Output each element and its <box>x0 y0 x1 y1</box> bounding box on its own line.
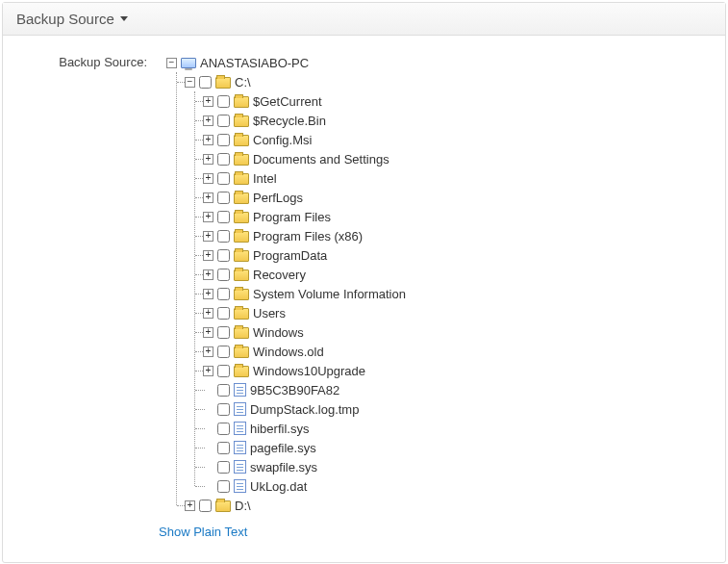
expand-toggle[interactable]: + <box>185 500 195 511</box>
select-checkbox[interactable] <box>217 192 230 204</box>
tree-row[interactable]: +$GetCurrent <box>209 91 406 111</box>
node-label: Windows.old <box>253 345 324 359</box>
panel-header[interactable]: Backup Source <box>3 3 725 36</box>
select-checkbox[interactable] <box>199 76 212 89</box>
node-label: $Recycle.Bin <box>253 114 326 128</box>
tree-row[interactable]: −C:\ <box>190 72 406 91</box>
select-checkbox[interactable] <box>217 346 230 358</box>
node-label: hiberfil.sys <box>250 422 309 436</box>
node-label: ANASTASIABO-PC <box>200 56 309 70</box>
folder-icon <box>234 250 249 262</box>
expand-toggle[interactable]: + <box>203 135 213 145</box>
toggle-spacer <box>203 462 213 473</box>
node-label: Recovery <box>253 268 306 282</box>
folder-icon <box>234 327 249 339</box>
select-checkbox[interactable] <box>199 500 212 512</box>
node-label: Users <box>253 306 286 320</box>
select-checkbox[interactable] <box>217 153 230 166</box>
tree-row[interactable]: DumpStack.log.tmp <box>209 399 406 419</box>
select-checkbox[interactable] <box>217 384 230 397</box>
tree-row[interactable]: 9B5C3B90FA82 <box>209 380 406 399</box>
select-checkbox[interactable] <box>217 442 230 454</box>
file-icon <box>234 460 246 474</box>
panel-title: Backup Source <box>16 11 114 27</box>
panel-body: Backup Source: −ANASTASIABO-PC−C:\+$GetC… <box>3 36 725 562</box>
expand-toggle[interactable]: + <box>203 231 213 242</box>
source-tree: −ANASTASIABO-PC−C:\+$GetCurrent+$Recycle… <box>159 53 406 515</box>
node-label: Documents and Settings <box>253 152 389 167</box>
collapse-toggle[interactable]: − <box>185 77 195 88</box>
tree-row[interactable]: +Recovery <box>209 265 406 284</box>
chevron-down-icon <box>120 16 128 21</box>
collapse-toggle[interactable]: − <box>166 58 177 68</box>
tree-row[interactable]: swapfile.sys <box>209 457 406 476</box>
toggle-spacer <box>203 481 213 492</box>
show-plain-text-link[interactable]: Show Plain Text <box>159 525 247 539</box>
tree-row[interactable]: +Windows.old <box>209 342 406 361</box>
select-checkbox[interactable] <box>217 307 230 320</box>
select-checkbox[interactable] <box>217 403 230 416</box>
tree-row[interactable]: +Program Files (x86) <box>209 226 406 245</box>
expand-toggle[interactable]: + <box>203 346 213 357</box>
folder-icon <box>215 500 231 512</box>
tree-row[interactable]: hiberfil.sys <box>209 419 406 438</box>
expand-toggle[interactable]: + <box>203 269 213 280</box>
expand-toggle[interactable]: + <box>203 96 213 107</box>
folder-icon <box>234 289 249 300</box>
expand-toggle[interactable]: + <box>203 212 213 222</box>
select-checkbox[interactable] <box>217 461 230 474</box>
select-checkbox[interactable] <box>217 365 230 377</box>
select-checkbox[interactable] <box>217 480 230 493</box>
folder-icon <box>215 77 231 89</box>
expand-toggle[interactable]: + <box>203 154 213 165</box>
expand-toggle[interactable]: + <box>203 327 213 338</box>
node-label: 9B5C3B90FA82 <box>250 383 339 397</box>
expand-toggle[interactable]: + <box>203 115 213 126</box>
folder-icon <box>234 308 249 320</box>
tree-row[interactable]: +System Volume Information <box>209 284 406 303</box>
node-label: $GetCurrent <box>253 94 322 109</box>
expand-toggle[interactable]: + <box>203 308 213 319</box>
file-icon <box>234 383 246 397</box>
node-label: UkLog.dat <box>250 479 307 494</box>
tree-row[interactable]: +Windows10Upgrade <box>209 361 406 380</box>
folder-icon <box>234 135 249 146</box>
node-label: Config.Msi <box>253 133 312 147</box>
select-checkbox[interactable] <box>217 115 230 127</box>
select-checkbox[interactable] <box>217 288 230 300</box>
field-label: Backup Source: <box>24 53 159 539</box>
folder-icon <box>234 173 249 185</box>
select-checkbox[interactable] <box>217 230 230 243</box>
tree-row[interactable]: +$Recycle.Bin <box>209 111 406 130</box>
select-checkbox[interactable] <box>217 269 230 281</box>
expand-toggle[interactable]: + <box>203 173 213 184</box>
expand-toggle[interactable]: + <box>203 192 213 203</box>
expand-toggle[interactable]: + <box>203 289 213 299</box>
select-checkbox[interactable] <box>217 326 230 339</box>
computer-icon <box>181 58 196 68</box>
expand-toggle[interactable]: + <box>203 366 213 376</box>
tree-row[interactable]: +Documents and Settings <box>209 149 406 168</box>
select-checkbox[interactable] <box>217 134 230 146</box>
tree-row[interactable]: −ANASTASIABO-PC <box>172 53 406 72</box>
tree-row[interactable]: +PerfLogs <box>209 188 406 207</box>
tree-row[interactable]: UkLog.dat <box>209 476 406 496</box>
node-label: Windows10Upgrade <box>253 364 365 378</box>
tree-row[interactable]: pagefile.sys <box>209 438 406 457</box>
select-checkbox[interactable] <box>217 423 230 435</box>
tree-row[interactable]: +Config.Msi <box>209 130 406 149</box>
tree-row[interactable]: +Users <box>209 303 406 322</box>
select-checkbox[interactable] <box>217 249 230 262</box>
select-checkbox[interactable] <box>217 95 230 108</box>
expand-toggle[interactable]: + <box>203 250 213 261</box>
tree-row[interactable]: +ProgramData <box>209 245 406 265</box>
node-label: System Volume Information <box>253 287 406 301</box>
select-checkbox[interactable] <box>217 172 230 185</box>
tree-row[interactable]: +Program Files <box>209 207 406 226</box>
tree-row[interactable]: +Intel <box>209 168 406 188</box>
file-icon <box>234 441 246 454</box>
tree-row[interactable]: +D:\ <box>190 496 406 515</box>
select-checkbox[interactable] <box>217 211 230 223</box>
node-label: Intel <box>253 171 277 186</box>
tree-row[interactable]: +Windows <box>209 322 406 342</box>
